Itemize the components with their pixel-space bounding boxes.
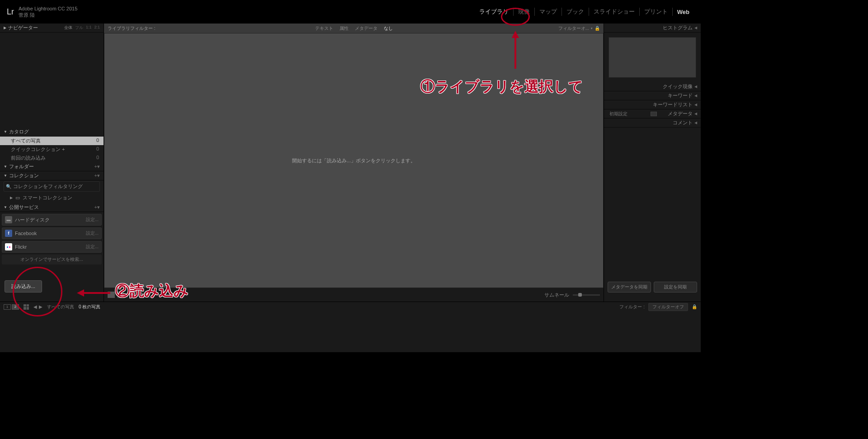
grid-view: 開始するには「読み込み...」ボタンをクリックします。 — [104, 33, 604, 288]
histogram-display — [609, 37, 696, 78]
add-collection-icon[interactable]: +▾ — [94, 173, 100, 179]
filter-dropdown[interactable]: フィルターオフ — [648, 303, 688, 311]
screen-1-toggle[interactable]: 1 — [4, 304, 11, 310]
publish-setup[interactable]: 設定... — [86, 244, 99, 250]
collection-filter-placeholder: コレクションをフィルタリング — [13, 183, 83, 190]
module-web[interactable]: Web — [673, 9, 694, 15]
nav-forward-icon[interactable]: ▶ — [39, 304, 42, 309]
center-panel: ライブラリフィルター : テキスト 属性 メタデータ なし フィルターオ... … — [104, 24, 604, 302]
catalog-item-label: 前回の読み込み — [11, 155, 46, 161]
filter-tab-text[interactable]: テキスト — [315, 25, 333, 32]
navigator-header[interactable]: ▶ ナビゲーター 全体 フル 1:1 2:1 — [0, 24, 104, 33]
filter-off-dropdown[interactable]: フィルターオ... — [558, 25, 589, 32]
loupe-view-icon[interactable] — [118, 292, 124, 298]
quick-develop-header[interactable]: クイック現像 ◀ — [604, 82, 701, 91]
chevron-down-icon[interactable]: ▾ — [156, 293, 158, 297]
import-button[interactable]: 読み込み... — [5, 280, 42, 293]
quick-develop-title: クイック現像 — [663, 83, 693, 90]
publish-flickr[interactable]: Flickr 設定... — [2, 241, 102, 253]
preset-dropdown-icon[interactable] — [651, 112, 657, 116]
triangle-icon: ▼ — [4, 174, 7, 178]
ratio-1-1[interactable]: 1:1 — [86, 25, 92, 31]
chevron-down-icon[interactable]: ▾ — [591, 27, 593, 30]
app-title: Adobe Lightroom CC 2015 — [19, 5, 77, 12]
lock-icon[interactable]: 🔒 — [692, 304, 697, 309]
publish-facebook[interactable]: f Facebook 設定... — [2, 227, 102, 239]
thumbnail-size-slider[interactable] — [573, 294, 600, 296]
triangle-icon: ▼ — [4, 165, 7, 169]
publish-header[interactable]: ▼ 公開サービス +▾ — [0, 203, 104, 212]
catalog-item-label: クイックコレクション + — [11, 146, 65, 153]
ratio-2-1[interactable]: 2:1 — [94, 25, 100, 31]
navigator-preview — [0, 33, 104, 127]
publish-setup[interactable]: 設定... — [86, 217, 99, 223]
keyword-list-title: キーワードリスト — [653, 101, 693, 108]
publish-setup[interactable]: 設定... — [86, 230, 99, 236]
user-name: 菅原 陸 — [19, 12, 77, 18]
add-publish-icon[interactable]: +▾ — [94, 204, 100, 210]
nav-back-icon[interactable]: ◀ — [33, 304, 37, 309]
facebook-icon: f — [5, 230, 12, 237]
module-slideshow[interactable]: スライドショー — [589, 8, 640, 16]
smart-collection-label: スマートコレクション — [23, 194, 72, 201]
module-library[interactable]: ライブラリ — [475, 8, 514, 16]
ratio-fill[interactable]: フル — [75, 25, 83, 31]
catalog-item-label: すべての写真 — [11, 137, 41, 144]
triangle-icon: ▶ — [10, 196, 13, 200]
comment-header[interactable]: コメント ◀ — [604, 118, 701, 127]
publish-harddisk[interactable]: ▬ ハードディスク 設定... — [2, 214, 102, 226]
folders-title: フォルダー — [9, 163, 34, 170]
ratio-fit[interactable]: 全体 — [64, 25, 72, 31]
grid-toolbar: | 並べ替え : ▾ サムネール — [104, 288, 604, 302]
filter-label: フィルター : — [619, 304, 645, 310]
metadata-header[interactable]: 初期設定 メタデータ ◀ — [604, 109, 701, 118]
triangle-icon: ◀ — [694, 26, 697, 30]
triangle-icon: ◀ — [694, 121, 697, 125]
lightroom-logo: Lr — [7, 7, 14, 17]
publish-find-online[interactable]: オンラインでサービスを検索... — [2, 255, 102, 264]
module-book[interactable]: ブック — [562, 8, 589, 16]
left-panel: ▶ ナビゲーター 全体 フル 1:1 2:1 ▼ カタログ すべての写真 0 ク… — [0, 24, 104, 302]
filter-bar-label: ライブラリフィルター : — [108, 25, 156, 32]
keywords-title: キーワード — [668, 92, 693, 99]
collections-header[interactable]: ▼ コレクション +▾ — [0, 171, 104, 180]
right-panel: ヒストグラム ◀ クイック現像 ◀ キーワード ◀ キーワードリスト ◀ 初期設… — [604, 24, 701, 302]
histogram-header[interactable]: ヒストグラム ◀ — [604, 24, 701, 33]
sync-settings-button[interactable]: 設定を同期 — [654, 282, 697, 293]
catalog-item-count: 0 — [96, 155, 99, 161]
catalog-header[interactable]: ▼ カタログ — [0, 127, 104, 137]
keywords-header[interactable]: キーワード ◀ — [604, 91, 701, 100]
publish-label: Flickr — [15, 244, 86, 250]
collection-filter-input[interactable]: 🔍 コレクションをフィルタリング — [4, 181, 100, 192]
smart-collection-row[interactable]: ▶ ▭ スマートコレクション — [4, 194, 100, 202]
sort-label: 並べ替え : — [131, 292, 153, 298]
module-map[interactable]: マップ — [535, 8, 562, 16]
keyword-list-header[interactable]: キーワードリスト ◀ — [604, 100, 701, 109]
grid-view-icon[interactable] — [108, 292, 115, 298]
filter-tab-none[interactable]: なし — [384, 25, 393, 32]
triangle-icon: ◀ — [694, 103, 697, 107]
publish-label: ハードディスク — [15, 217, 86, 223]
triangle-icon: ▶ — [4, 26, 6, 30]
source-label[interactable]: すべての写真 — [47, 304, 74, 310]
catalog-quick-collection[interactable]: クイックコレクション + 0 — [0, 145, 104, 154]
catalog-title: カタログ — [9, 128, 29, 135]
triangle-icon: ◀ — [694, 94, 697, 98]
flickr-icon — [5, 243, 12, 250]
module-print[interactable]: プリント — [640, 8, 673, 16]
metadata-preset[interactable]: 初期設定 — [609, 111, 627, 117]
triangle-icon: ◀ — [694, 85, 697, 89]
grid-mode-icon[interactable] — [24, 304, 29, 310]
comment-title: コメント — [673, 119, 693, 126]
screen-2-toggle[interactable]: 2 — [12, 304, 19, 310]
add-folder-icon[interactable]: +▾ — [94, 164, 100, 170]
filter-tab-attribute[interactable]: 属性 — [340, 25, 349, 32]
lock-icon[interactable]: 🔒 — [594, 26, 600, 31]
sync-metadata-button[interactable]: メタデータを同期 — [608, 282, 651, 293]
catalog-previous-import[interactable]: 前回の読み込み 0 — [0, 154, 104, 162]
catalog-all-photos[interactable]: すべての写真 0 — [0, 137, 104, 145]
navigator-title: ナビゲーター — [8, 24, 38, 31]
module-develop[interactable]: 現像 — [514, 8, 535, 16]
filter-tab-metadata[interactable]: メタデータ — [355, 25, 377, 32]
folders-header[interactable]: ▼ フォルダー +▾ — [0, 162, 104, 171]
